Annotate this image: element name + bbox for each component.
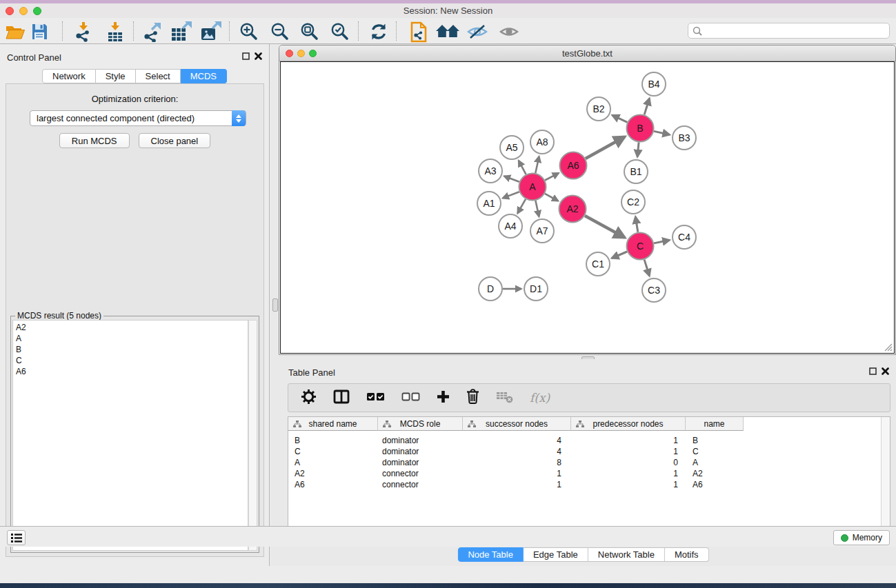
close-panel-icon[interactable] [255,52,262,60]
table-row[interactable]: A6connector11A6 [288,479,744,490]
table-row[interactable]: A2connector11A2 [288,468,744,479]
memory-button[interactable]: Memory [833,530,890,545]
select-all-icon[interactable] [366,392,385,404]
network-canvas[interactable]: B4B2BB3A8A5A6A3B1AC2A1A2A4A7C4CC1DD1C3 [280,61,895,354]
table-tab-node-table[interactable]: Node Table [457,547,524,562]
edge-A-A7[interactable] [535,201,539,216]
open-file-icon[interactable] [5,20,26,43]
edge-C-C1[interactable] [612,252,627,258]
vertical-splitter-handle[interactable] [272,298,278,312]
graph-node-A[interactable]: A [519,174,546,201]
search-input[interactable] [705,25,889,37]
mcds-result-item[interactable]: A6 [16,366,248,377]
graph-node-B2[interactable]: B2 [587,97,610,121]
zoom-fit-icon[interactable] [300,20,319,43]
graph-node-C2[interactable]: C2 [621,190,645,214]
mcds-result-scrollbar[interactable] [248,320,257,551]
unselect-all-icon[interactable] [401,392,420,404]
table-row[interactable]: Bdominator41B [288,435,744,446]
graph-node-A1[interactable]: A1 [477,192,501,215]
graph-node-A8[interactable]: A8 [530,130,554,154]
graph-node-A5[interactable]: A5 [500,136,524,159]
refresh-icon[interactable] [370,20,388,43]
search-field[interactable] [688,23,890,39]
resize-grip-icon[interactable] [883,342,893,352]
mcds-result-item[interactable]: C [16,355,248,366]
close-panel-button[interactable]: Close panel [139,133,211,148]
home-icon[interactable] [435,20,460,43]
table-settings-icon[interactable] [301,389,317,407]
tab-mcds[interactable]: MCDS [181,69,227,83]
graph-node-B1[interactable]: B1 [624,160,648,183]
edge-A-A1[interactable] [503,192,519,198]
zoom-selected-icon[interactable] [330,20,350,43]
graph-node-B4[interactable]: B4 [642,72,666,96]
edge-B-B1[interactable] [637,142,639,156]
tab-style[interactable]: Style [96,69,136,83]
graph-node-A7[interactable]: A7 [530,219,554,243]
edge-A-A6[interactable] [545,173,559,180]
show-graphics-details-icon[interactable] [499,20,519,43]
edge-A6-B[interactable] [586,137,625,159]
run-mcds-button[interactable]: Run MCDS [59,133,130,148]
graph-node-D[interactable]: D [479,277,502,301]
graph-node-A3[interactable]: A3 [479,159,502,183]
export-table-icon[interactable] [170,20,192,43]
column-header-name[interactable]: name [686,417,744,431]
table-row[interactable]: Adominator80A [288,457,744,468]
edge-B-B2[interactable] [613,115,628,122]
graph-node-A4[interactable]: A4 [499,214,522,238]
graph-node-C4[interactable]: C4 [673,225,696,249]
import-table-icon[interactable] [105,20,126,43]
graph-node-A6[interactable]: A6 [560,152,587,179]
add-column-icon[interactable] [437,390,450,406]
graph-node-B3[interactable]: B3 [673,126,696,150]
mcds-result-item[interactable]: B [16,344,248,355]
export-network-icon[interactable] [141,20,162,43]
mcds-result-item[interactable]: A2 [16,322,248,333]
edge-A-A4[interactable] [517,199,526,214]
zoom-out-icon[interactable] [270,20,290,43]
edge-A-A2[interactable] [545,194,558,201]
edge-A2-C[interactable] [585,216,625,238]
float-panel-icon[interactable] [242,52,250,60]
tab-select[interactable]: Select [136,69,181,83]
graph-node-D1[interactable]: D1 [524,277,548,301]
edge-C-C2[interactable] [635,216,638,232]
criterion-dropdown[interactable]: largest connected component (directed) [30,110,246,126]
show-columns-icon[interactable] [333,389,350,407]
edge-B-B3[interactable] [654,131,670,134]
graph-node-C[interactable]: C [627,233,654,260]
edge-A-A5[interactable] [519,161,526,174]
graph-node-B[interactable]: B [627,115,654,142]
edge-C-C4[interactable] [654,240,670,243]
table-tab-network-table[interactable]: Network Table [588,547,665,562]
tab-network[interactable]: Network [42,69,96,83]
delete-entries-icon[interactable] [466,389,479,407]
zoom-in-icon[interactable] [239,20,259,43]
edge-B-B4[interactable] [644,99,649,115]
column-header-successor-nodes[interactable]: successor nodes [463,417,571,431]
column-header-shared-name[interactable]: shared name [288,417,378,431]
table-scrollbar[interactable] [881,417,890,544]
edge-C-C3[interactable] [644,260,649,276]
graph-node-C3[interactable]: C3 [642,278,666,302]
table-tab-edge-table[interactable]: Edge Table [524,547,588,562]
graph-node-A2[interactable]: A2 [559,196,586,223]
task-history-button[interactable] [7,530,26,545]
edge-A-A8[interactable] [535,156,539,173]
edge-A-A3[interactable] [504,176,519,182]
open-session-icon[interactable] [410,20,428,43]
float-panel-icon[interactable] [869,367,877,375]
column-header-MCDS-role[interactable]: MCDS role [378,417,463,431]
hide-graphics-details-icon[interactable] [466,20,488,43]
export-image-icon[interactable] [200,20,222,43]
column-header-predecessor-nodes[interactable]: predecessor nodes [571,417,686,431]
close-panel-icon[interactable] [882,367,889,375]
mcds-result-item[interactable]: A [16,333,248,344]
graph-node-C1[interactable]: C1 [586,252,610,276]
save-session-icon[interactable] [31,20,48,43]
mcds-result-list[interactable]: A2ABCA6 [12,320,248,551]
import-network-icon[interactable] [72,20,93,43]
table-row[interactable]: Cdominator41C [288,446,744,457]
